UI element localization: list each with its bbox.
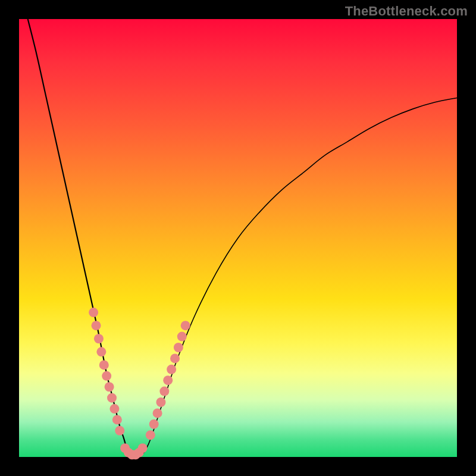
marker-dot bbox=[96, 347, 106, 356]
marker-dot bbox=[177, 332, 187, 342]
marker-dot bbox=[149, 419, 159, 429]
marker-dot bbox=[159, 387, 169, 396]
curve-right-branch bbox=[145, 98, 457, 450]
marker-dot bbox=[109, 404, 119, 414]
chart-frame: TheBottleneck.com bbox=[0, 0, 476, 476]
marker-dot bbox=[170, 353, 180, 363]
marker-dot bbox=[102, 371, 111, 381]
marker-dot bbox=[174, 343, 183, 352]
watermark-text: TheBottleneck.com bbox=[345, 4, 468, 19]
marker-dot bbox=[112, 415, 122, 424]
marker-dot bbox=[107, 393, 117, 403]
marker-dot bbox=[181, 321, 190, 330]
marker-dot bbox=[156, 397, 165, 407]
marker-dot bbox=[153, 408, 162, 418]
marker-dot bbox=[146, 430, 155, 440]
marker-dot bbox=[92, 321, 101, 330]
series-group bbox=[28, 19, 457, 456]
marker-dot bbox=[138, 443, 148, 453]
plot-area bbox=[19, 19, 457, 457]
marker-dot bbox=[99, 360, 109, 369]
marker-dot bbox=[94, 334, 104, 343]
marker-dot bbox=[115, 426, 124, 436]
marker-dot bbox=[89, 308, 98, 317]
marker-dot bbox=[105, 382, 114, 392]
chart-svg bbox=[19, 19, 457, 457]
marker-dot bbox=[167, 365, 176, 374]
markers-group bbox=[89, 308, 190, 459]
marker-dot bbox=[163, 375, 173, 385]
